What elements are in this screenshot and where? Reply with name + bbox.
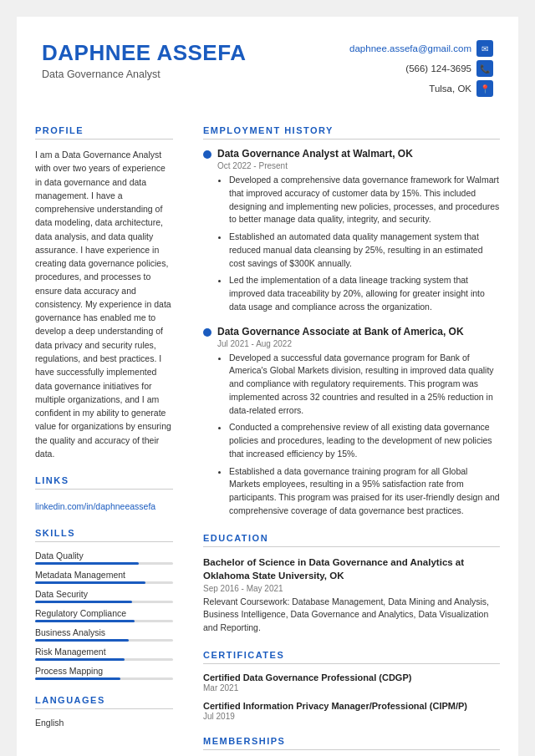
- location-text: Tulsa, OK: [429, 84, 471, 94]
- phone-icon: 📞: [476, 60, 493, 77]
- phone-number: (566) 124-3695: [405, 63, 471, 74]
- skill-name: Business Analysis: [35, 627, 173, 637]
- skill-bar-bg: [35, 620, 173, 622]
- candidate-title: Data Governance Analyst: [42, 68, 246, 80]
- right-column: EMPLOYMENT HISTORY Data Governance Analy…: [188, 114, 518, 756]
- skill-bar-fill: [35, 601, 132, 603]
- skills-section-header: SKILLS: [35, 528, 173, 542]
- skill-bar-fill: [35, 677, 120, 680]
- skill-item: Risk Management: [35, 647, 173, 661]
- body: PROFILE I am a Data Governance Analyst w…: [17, 114, 518, 756]
- job-title: Data Governance Associate at Bank of Ame…: [217, 326, 464, 337]
- skill-item: Data Quality: [35, 551, 173, 565]
- job-bullets: Developed a successful data governance p…: [217, 352, 500, 518]
- skill-bar-fill: [35, 658, 125, 661]
- certificates-list: Certified Data Governance Professional (…: [203, 672, 500, 721]
- skill-bar-bg: [35, 601, 173, 603]
- skill-bar-bg: [35, 639, 173, 642]
- job-dates: Jul 2021 - Aug 2022: [217, 339, 500, 348]
- edu-coursework: Relevant Coursework: Database Management…: [203, 596, 500, 635]
- job-bullet: Developed a comprehensive data governanc…: [229, 174, 500, 226]
- cert-date: Mar 2021: [203, 683, 500, 693]
- languages-list: English: [35, 718, 173, 728]
- job-entry: Data Governance Analyst at Walmart, OKOc…: [203, 148, 500, 314]
- skills-list: Data Quality Metadata Management Data Se…: [35, 551, 173, 680]
- links-section: linkedin.com/in/daphneeassefa: [35, 498, 173, 513]
- skill-item: Business Analysis: [35, 627, 173, 642]
- skill-bar-fill: [35, 562, 139, 565]
- education-entry: Bachelor of Science in Data Governance a…: [203, 556, 500, 635]
- skill-name: Process Mapping: [35, 666, 173, 676]
- certificate-item: Certified Information Privacy Manager/Pr…: [203, 701, 500, 721]
- profile-section-header: PROFILE: [35, 125, 173, 140]
- phone-row: (566) 124-3695 📞: [405, 60, 493, 77]
- email-link[interactable]: daphnee.assefa@gmail.com: [349, 43, 471, 53]
- certificate-item: Certified Data Governance Professional (…: [203, 672, 500, 693]
- skill-item: Metadata Management: [35, 570, 173, 584]
- memberships-section-header: MEMBERSHIPS: [203, 736, 500, 750]
- employment-section-header: EMPLOYMENT HISTORY: [203, 125, 500, 140]
- job-entry: Data Governance Associate at Bank of Ame…: [203, 326, 500, 518]
- skill-item: Data Security: [35, 589, 173, 603]
- languages-section-header: LANGUAGES: [35, 695, 173, 709]
- edu-dates: Sep 2016 - May 2021: [203, 584, 500, 593]
- skill-bar-bg: [35, 658, 173, 661]
- job-title-row: Data Governance Associate at Bank of Ame…: [203, 326, 500, 337]
- skill-name: Metadata Management: [35, 570, 173, 580]
- candidate-name: DAPHNEE ASSEFA: [42, 40, 246, 66]
- links-section-header: LINKS: [35, 475, 173, 490]
- skill-bar-bg: [35, 581, 173, 584]
- resume-container: DAPHNEE ASSEFA Data Governance Analyst d…: [17, 17, 518, 756]
- education-section-header: EDUCATION: [203, 533, 500, 547]
- skill-bar-bg: [35, 677, 173, 680]
- skill-item: Process Mapping: [35, 666, 173, 680]
- linkedin-link[interactable]: linkedin.com/in/daphneeassefa: [35, 501, 155, 511]
- job-dates: Oct 2022 - Present: [217, 161, 500, 170]
- job-title: Data Governance Analyst at Walmart, OK: [217, 148, 413, 160]
- language-item: English: [35, 718, 173, 728]
- certificates-section-header: CERTIFICATES: [203, 650, 500, 664]
- header-left: DAPHNEE ASSEFA Data Governance Analyst: [42, 40, 246, 80]
- cert-name: Certified Information Privacy Manager/Pr…: [203, 701, 500, 711]
- job-title-row: Data Governance Analyst at Walmart, OK: [203, 148, 500, 160]
- job-bullet: Led the implementation of a data lineage…: [229, 274, 500, 313]
- email-row: daphnee.assefa@gmail.com ✉: [349, 40, 493, 57]
- header: DAPHNEE ASSEFA Data Governance Analyst d…: [17, 17, 518, 114]
- job-bullet: Established a data governance training p…: [229, 465, 500, 518]
- job-dot: [203, 150, 211, 159]
- location-row: Tulsa, OK 📍: [429, 80, 493, 97]
- left-column: PROFILE I am a Data Governance Analyst w…: [17, 114, 188, 756]
- cert-date: Jul 2019: [203, 712, 500, 721]
- skill-item: Regulatory Compliance: [35, 608, 173, 622]
- job-bullet: Developed a successful data governance p…: [229, 352, 500, 418]
- location-icon: 📍: [476, 80, 493, 97]
- job-bullet: Established an automated data quality ma…: [229, 231, 500, 270]
- edu-degree: Bachelor of Science in Data Governance a…: [203, 556, 500, 582]
- job-dot: [203, 328, 211, 337]
- skill-name: Data Quality: [35, 551, 173, 561]
- skill-bar-bg: [35, 562, 173, 565]
- employment-list: Data Governance Analyst at Walmart, OKOc…: [203, 148, 500, 518]
- job-bullet: Conducted a comprehensive review of all …: [229, 421, 500, 460]
- header-right: daphnee.assefa@gmail.com ✉ (566) 124-369…: [349, 40, 493, 97]
- cert-name: Certified Data Governance Professional (…: [203, 672, 500, 682]
- skill-name: Regulatory Compliance: [35, 608, 173, 618]
- email-icon: ✉: [476, 40, 493, 57]
- job-bullets: Developed a comprehensive data governanc…: [217, 174, 500, 314]
- skill-name: Data Security: [35, 589, 173, 599]
- profile-text: I am a Data Governance Analyst with over…: [35, 148, 173, 460]
- skill-bar-fill: [35, 581, 145, 584]
- skill-name: Risk Management: [35, 647, 173, 657]
- skill-bar-fill: [35, 639, 129, 642]
- skill-bar-fill: [35, 620, 135, 622]
